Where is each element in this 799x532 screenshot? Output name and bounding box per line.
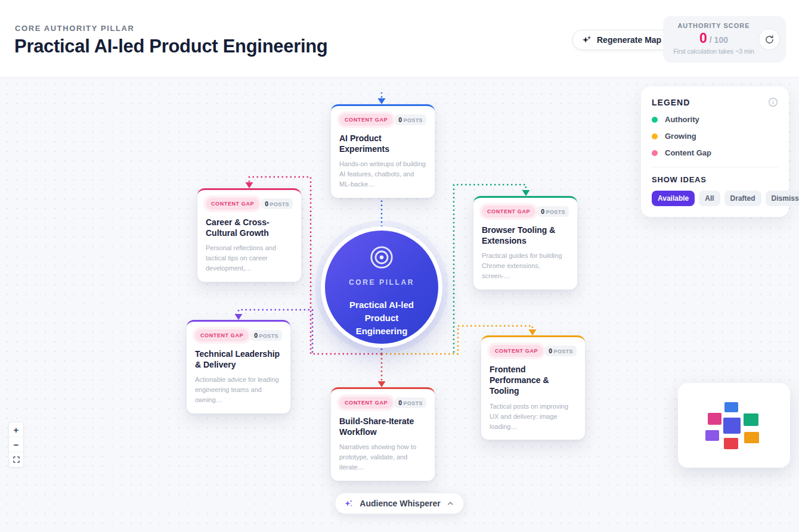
score-number: 0 [699,30,707,46]
status-badge: CONTENT GAP [195,329,249,341]
zoom-controls: + − [8,422,24,468]
legend-item-growing: Growing [652,132,778,141]
legend-item-label: Content Gap [665,148,711,157]
core-pillar-eyebrow: CORE PILLAR [325,278,438,287]
sparkle-icon [581,35,591,45]
topic-description: Tactical posts on improving UX and deliv… [490,402,577,432]
posts-count-badge: 0POSTS [537,206,569,217]
filter-chip-all[interactable]: All [699,191,720,206]
authority-score-panel: AUTHORITY SCORE 0/ 100 First calculation… [663,16,786,63]
topic-card-browser-tooling-extensions[interactable]: CONTENT GAP 0POSTS Browser Tooling & Ext… [473,196,577,290]
arrowhead-icon [529,329,537,335]
filter-chip-dismissed[interactable]: Dismissed [766,191,799,206]
posts-count-badge: 0POSTS [250,330,282,341]
legend-panel: LEGEND Authority Growing Content Gap SHO… [641,86,789,217]
content-gap-dot [652,150,658,156]
status-badge: CONTENT GAP [490,345,543,357]
topic-card-frontend-performance-tooling[interactable]: CONTENT GAP 0POSTS Frontend Performance … [481,335,585,440]
topic-card-career-cross-cultural-growth[interactable]: CONTENT GAP 0POSTS Career & Cross-Cultur… [197,188,301,282]
authority-score-label: AUTHORITY SCORE [670,22,757,29]
arrowhead-icon [235,314,243,320]
status-badge: CONTENT GAP [339,114,393,126]
authority-score-value: 0/ 100 [670,30,757,46]
refresh-score-button[interactable] [758,29,780,50]
zoom-in-button[interactable]: + [9,422,23,437]
legend-item-label: Growing [665,132,696,141]
legend-title: LEGEND [652,98,690,107]
authority-dot [652,117,658,123]
minimap-node-ai-product-experiments [724,402,738,412]
minimap-node-career-cross-cultural-growth [708,413,721,425]
status-badge: CONTENT GAP [206,198,259,210]
sparkle-icon [343,499,354,509]
topic-description: Personal reflections and tactical tips o… [206,243,293,273]
growing-dot [652,133,658,139]
topic-description: Hands-on writeups of building AI feature… [339,159,426,189]
refresh-icon [764,35,775,45]
zoom-out-button[interactable]: − [9,437,23,452]
legend-item-label: Authority [665,115,699,124]
minimap-node-frontend-performance-tooling [744,432,759,443]
minimap-panel[interactable] [678,383,790,468]
show-ideas-title: SHOW IDEAS [652,175,778,184]
status-badge: CONTENT GAP [339,397,393,409]
topic-title: Career & Cross-Cultural Growth [206,217,293,238]
arrowhead-icon [378,381,386,387]
topic-title: AI Product Experiments [339,133,426,154]
topic-title: Frontend Performance & Tooling [490,364,577,397]
arrowhead-icon [522,190,530,196]
score-total: / 100 [710,35,728,45]
minimap-node-core-pillar [723,418,741,434]
topic-card-technical-leadership-delivery[interactable]: CONTENT GAP 0POSTS Technical Leadership … [187,320,290,413]
header-bar: CORE AUTHORITY PILLAR Practical AI-led P… [0,0,799,77]
score-note: First calculation takes ~3 min [670,48,757,55]
divider [652,167,778,167]
minimap-node-browser-tooling-extensions [744,413,758,426]
target-icon [369,245,394,270]
legend-item-content-gap: Content Gap [652,148,778,157]
topic-description: Practical guides for building Chrome ext… [482,251,569,281]
fullscreen-icon [13,456,20,463]
posts-count-badge: 0POSTS [261,198,293,209]
regenerate-map-label: Regenerate Map [597,35,661,45]
topic-title: Browser Tooling & Extensions [482,225,569,246]
page-title: Practical AI-led Product Engineering [14,36,328,57]
topic-card-build-share-iterate-workflow[interactable]: CONTENT GAP 0POSTS Build-Share-Iterate W… [331,387,435,481]
pillar-eyebrow: CORE AUTHORITY PILLAR [15,24,134,33]
legend-item-authority: Authority [652,115,778,124]
filter-chip-drafted[interactable]: Drafted [724,191,761,206]
fullscreen-button[interactable] [9,452,23,467]
posts-count-badge: 0POSTS [545,346,577,356]
status-badge: CONTENT GAP [482,206,535,217]
filter-chip-available[interactable]: Available [652,191,695,206]
topic-title: Technical Leadership & Delivery [195,349,282,370]
chevron-up-icon [447,499,455,508]
audience-whisperer-button[interactable]: Audience Whisperer [335,493,464,514]
minimap-node-build-share-iterate-workflow [724,438,738,449]
posts-count-badge: 0POSTS [395,397,426,408]
topic-title: Build-Share-Iterate Workflow [339,416,426,437]
arrowhead-icon [378,98,386,104]
minimap-node-technical-leadership-delivery [705,430,719,441]
regenerate-map-button[interactable]: Regenerate Map [572,30,673,50]
audience-whisperer-label: Audience Whisperer [360,499,440,508]
posts-count-badge: 0POSTS [395,114,426,125]
arrowhead-icon [246,182,253,188]
topic-description: Narratives showing how to prototype, val… [339,442,426,472]
topic-card-ai-product-experiments[interactable]: CONTENT GAP 0POSTS AI Product Experiment… [331,104,435,198]
core-pillar-node[interactable]: CORE PILLAR Practical AI-led Product Eng… [325,231,438,344]
core-pillar-title: Practical AI-led Product Engineering [345,298,418,337]
info-icon[interactable] [768,97,778,107]
topic-description: Actionable advice for leading engineerin… [195,375,282,405]
